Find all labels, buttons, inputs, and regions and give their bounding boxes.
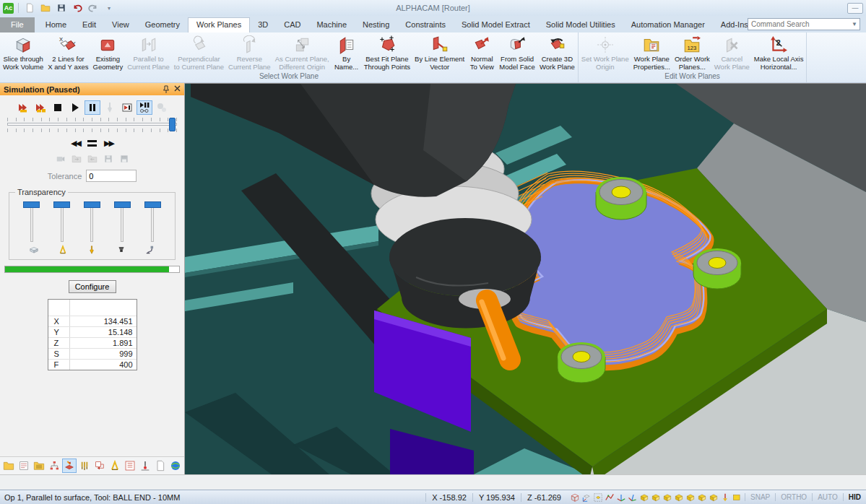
pause-at-links-button[interactable]: [137, 100, 152, 115]
tab-solid-model-utilities[interactable]: Solid Model Utilities: [538, 17, 623, 32]
command-search-input[interactable]: [748, 20, 852, 28]
new-file-icon[interactable]: [23, 1, 36, 14]
tools-tab-icon[interactable]: [77, 459, 92, 473]
web-tab-icon[interactable]: [168, 459, 183, 473]
post-tab-icon[interactable]: [92, 459, 107, 473]
polyline-icon[interactable]: [605, 492, 615, 503]
ribbon-slice-through-work-volume[interactable]: Slice throughWork Volume: [1, 33, 46, 71]
viewport-3d[interactable]: [185, 83, 866, 474]
tolerance-input[interactable]: [86, 170, 137, 182]
ribbon-by-name[interactable]: ByName...: [332, 33, 362, 71]
chevron-down-icon[interactable]: ▼: [852, 21, 859, 27]
ribbon-make-local-axis-horizontal[interactable]: Make Local AxisHorizontal...: [752, 33, 806, 71]
workplane-cube-icon[interactable]: [662, 492, 672, 503]
ribbon-existing-geometry[interactable]: ExistingGeometry: [91, 33, 126, 71]
tab-cad[interactable]: CAD: [276, 17, 308, 32]
simulation-tab-icon[interactable]: [62, 459, 77, 473]
transparency-slider-clamp[interactable]: [50, 199, 74, 242]
simulate-skip-button[interactable]: [33, 100, 48, 115]
tab-view[interactable]: View: [104, 17, 137, 32]
ribbon-by-line-element-vector[interactable]: By Line ElementVector: [412, 33, 467, 71]
tab-machine[interactable]: Machine: [308, 17, 355, 32]
qat-dropdown-icon[interactable]: ▾: [103, 1, 116, 14]
run-to-break-button[interactable]: [119, 100, 135, 115]
app-logo-icon[interactable]: Ac: [3, 3, 14, 14]
pause-bars-button[interactable]: [87, 140, 97, 147]
step-back-button[interactable]: ◀◀: [71, 139, 80, 148]
open-file-icon[interactable]: [39, 1, 52, 14]
toggle-hide[interactable]: HID: [843, 493, 866, 501]
redo-icon[interactable]: [87, 1, 100, 14]
layers-tab-icon[interactable]: [17, 459, 31, 473]
transparency-slider-material[interactable]: [20, 199, 44, 242]
ribbon-order-work-planes[interactable]: Order WorkPlanes...: [672, 33, 712, 71]
toggle-auto[interactable]: AUTO: [812, 493, 843, 501]
tab-nesting[interactable]: Nesting: [355, 17, 397, 32]
operations-tab-icon[interactable]: [47, 459, 61, 473]
clamps-tab-icon[interactable]: [108, 459, 122, 473]
ribbon-from-solid-model-face[interactable]: From SolidModel Face: [497, 33, 537, 71]
ribbon-work-plane-properties[interactable]: Work PlaneProperties...: [631, 33, 672, 71]
notes-tab-icon[interactable]: [153, 459, 168, 473]
ribbon-best-fit-plane-through-points[interactable]: Best Fit PlaneThrough Points: [362, 33, 412, 71]
slider-thumb[interactable]: [53, 201, 70, 208]
progress-fill: [5, 266, 169, 272]
probe-tab-icon[interactable]: [138, 459, 152, 473]
slider-thumb[interactable]: [84, 201, 100, 208]
load-state-alt-icon: [87, 154, 98, 164]
cube-axes-icon[interactable]: [581, 492, 592, 503]
transparency-slider-machine[interactable]: [140, 199, 165, 242]
iso-view-icon[interactable]: [570, 492, 580, 503]
toggle-snap[interactable]: SNAP: [745, 493, 775, 501]
workplane-cube-icon[interactable]: [709, 492, 719, 503]
workplane-cube-icon[interactable]: [639, 492, 649, 503]
simulation-position-slider[interactable]: [0, 115, 184, 132]
materials-tab-icon[interactable]: [32, 459, 46, 473]
minimize-button[interactable]: —: [847, 3, 863, 14]
flat-plane-icon[interactable]: [732, 492, 742, 503]
bottom-spacer-strip: [0, 474, 866, 490]
slider-thumb[interactable]: [169, 118, 176, 131]
workplane-cube-icon[interactable]: [685, 492, 696, 503]
transparency-slider-tool[interactable]: [79, 199, 104, 242]
project-tab-icon[interactable]: [1, 459, 16, 473]
workplane-cube-icon[interactable]: [651, 492, 661, 503]
command-search[interactable]: ▼: [748, 18, 860, 30]
undo-icon[interactable]: [71, 1, 84, 14]
axes-local-icon[interactable]: [628, 492, 638, 503]
save-file-icon[interactable]: [55, 1, 68, 14]
transparency-slider-holder[interactable]: [110, 199, 134, 242]
axes-3d-icon[interactable]: [616, 492, 626, 503]
step-forward-button[interactable]: ▶▶: [104, 139, 113, 148]
tab-geometry[interactable]: Geometry: [137, 17, 188, 32]
ribbon-2-lines-xy[interactable]: 2 Lines forX and Y axes: [46, 33, 90, 71]
simulate-fast-button[interactable]: [15, 100, 31, 115]
tab-edit[interactable]: Edit: [74, 17, 104, 32]
tab-home[interactable]: Home: [38, 17, 74, 32]
configure-button[interactable]: Configure: [69, 280, 116, 293]
toggle-ortho[interactable]: ORTHO: [775, 493, 812, 501]
pin-icon[interactable]: [163, 85, 170, 93]
pause-button[interactable]: [85, 100, 100, 115]
slider-ticks-bottom: [7, 129, 177, 132]
nc-code-tab-icon[interactable]: [123, 459, 137, 473]
tab-automation-manager[interactable]: Automation Manager: [623, 17, 713, 32]
tab-file[interactable]: File: [0, 17, 35, 32]
slider-track[interactable]: [7, 123, 177, 126]
tab-solid-model-extract[interactable]: Solid Model Extract: [454, 17, 538, 32]
tab-work-planes[interactable]: Work Planes: [188, 17, 250, 32]
slider-thumb[interactable]: [23, 201, 40, 208]
workplane-cube-icon[interactable]: [697, 492, 707, 503]
z-down-icon[interactable]: [720, 492, 730, 503]
zoom-extents-icon[interactable]: [593, 492, 603, 503]
slider-thumb[interactable]: [114, 201, 131, 208]
slider-thumb[interactable]: [144, 201, 161, 208]
tab-3d[interactable]: 3D: [250, 17, 276, 32]
stop-button[interactable]: [50, 100, 66, 115]
ribbon-normal-to-view[interactable]: NormalTo View: [467, 33, 497, 71]
ribbon-create-3d-work-plane[interactable]: Create 3DWork Plane: [537, 33, 577, 71]
workplane-cube-icon[interactable]: [674, 492, 684, 503]
tab-constraints[interactable]: Constraints: [397, 17, 454, 32]
play-button[interactable]: [67, 100, 83, 115]
close-icon[interactable]: [174, 85, 181, 92]
